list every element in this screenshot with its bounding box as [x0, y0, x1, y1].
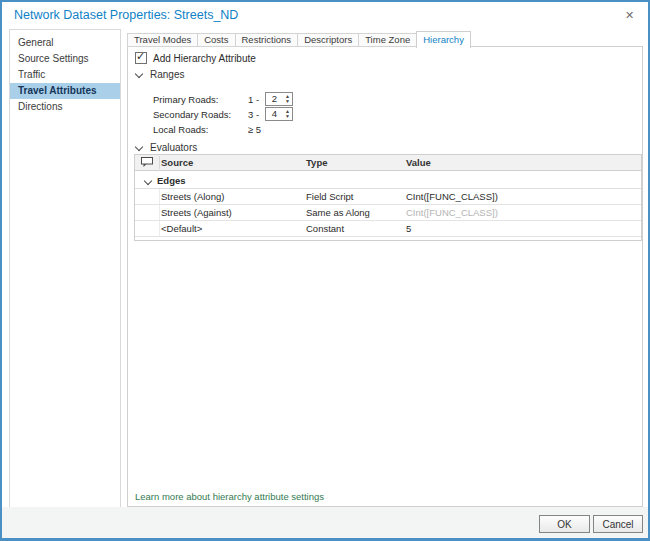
evaluator-row-default[interactable]: <Default> Constant 5 — [135, 221, 641, 237]
local-roads-range-value: ≥ 5 — [248, 124, 261, 135]
evaluators-table: Source Type Value Edges Streets (Along) … — [134, 154, 642, 241]
local-roads-row: Local Roads: ≥ 5 — [153, 122, 223, 137]
row-gutter — [159, 205, 160, 220]
evaluators-section-label: Evaluators — [150, 142, 197, 153]
close-button[interactable]: ✕ — [620, 6, 639, 24]
row-gutter — [159, 189, 160, 204]
network-dataset-properties-dialog: Network Dataset Properties: Streets_ND ✕… — [0, 0, 650, 541]
learn-more-link[interactable]: Learn more about hierarchy attribute set… — [135, 491, 324, 502]
tab-travel-modes[interactable]: Travel Modes — [127, 33, 198, 47]
column-header-type: Type — [306, 157, 327, 168]
spinner-down-button[interactable]: ▼ — [283, 99, 292, 104]
table-spacer — [135, 237, 641, 240]
secondary-roads-max-value: 4 — [266, 108, 283, 120]
dialog-title: Network Dataset Properties: Streets_ND — [14, 8, 238, 22]
primary-roads-range-prefix: 1 - — [248, 94, 259, 105]
dialog-footer: OK Cancel — [2, 507, 648, 538]
evaluator-value[interactable]: CInt([FUNC_CLASS]) — [406, 207, 498, 218]
cancel-button[interactable]: Cancel — [593, 515, 643, 533]
primary-roads-max-value: 2 — [266, 93, 283, 105]
tab-restrictions[interactable]: Restrictions — [235, 33, 299, 47]
tab-time-zone[interactable]: Time Zone — [358, 33, 417, 47]
sidebar-item-directions[interactable]: Directions — [10, 99, 120, 115]
primary-roads-spinner: ▲ ▼ — [283, 93, 292, 105]
spinner-down-button[interactable]: ▼ — [283, 114, 292, 119]
tooltip-icon — [141, 157, 153, 169]
edges-group-label: Edges — [157, 175, 186, 186]
edges-group-row[interactable]: Edges — [135, 173, 641, 189]
tab-costs[interactable]: Costs — [197, 33, 235, 47]
ok-button[interactable]: OK — [539, 515, 590, 533]
checkmark-icon: ✓ — [136, 50, 145, 63]
evaluator-type[interactable]: Field Script — [306, 191, 354, 202]
tab-bar: Travel Modes Costs Restrictions Descript… — [127, 31, 471, 47]
evaluator-value[interactable]: 5 — [406, 223, 411, 234]
secondary-roads-spinner: ▲ ▼ — [283, 108, 292, 120]
sidebar-item-source-settings[interactable]: Source Settings — [10, 51, 120, 67]
secondary-roads-range-prefix: 3 - — [248, 109, 259, 120]
primary-roads-label: Primary Roads: — [153, 94, 223, 105]
evaluators-section-header[interactable]: Evaluators — [134, 142, 197, 153]
sidebar-item-traffic[interactable]: Traffic — [10, 67, 120, 83]
sidebar-item-travel-attributes[interactable]: Travel Attributes — [10, 83, 120, 99]
title-bar: Network Dataset Properties: Streets_ND ✕ — [2, 2, 648, 28]
add-hierarchy-checkbox[interactable]: ✓ — [135, 52, 147, 64]
tab-hierarchy[interactable]: Hierarchy — [416, 31, 471, 48]
evaluator-type[interactable]: Same as Along — [306, 207, 370, 218]
evaluators-table-header: Source Type Value — [135, 155, 641, 171]
chevron-down-icon — [135, 69, 143, 77]
chevron-down-icon — [144, 177, 152, 185]
secondary-roads-max-input[interactable]: 4 ▲ ▼ — [265, 107, 293, 121]
ranges-section-header[interactable]: Ranges — [134, 69, 184, 80]
add-hierarchy-label: Add Hierarchy Attribute — [153, 53, 256, 64]
add-hierarchy-row: ✓ Add Hierarchy Attribute — [135, 52, 256, 64]
close-icon: ✕ — [625, 9, 634, 21]
evaluator-source: Streets (Against) — [161, 207, 232, 218]
column-header-source: Source — [161, 157, 193, 168]
evaluator-value[interactable]: CInt([FUNC_CLASS]) — [406, 191, 498, 202]
primary-roads-max-input[interactable]: 2 ▲ ▼ — [265, 92, 293, 106]
secondary-roads-label: Secondary Roads: — [153, 109, 223, 120]
evaluator-type[interactable]: Constant — [306, 223, 344, 234]
column-header-value: Value — [406, 157, 431, 168]
chevron-down-icon — [135, 142, 143, 150]
hierarchy-tab-panel: ✓ Add Hierarchy Attribute Ranges Primary… — [127, 46, 643, 507]
sidebar-item-general[interactable]: General — [10, 35, 120, 51]
evaluator-source: Streets (Along) — [161, 191, 224, 202]
evaluator-row-streets-against[interactable]: Streets (Against) Same as Along CInt([FU… — [135, 205, 641, 221]
row-gutter — [159, 221, 160, 236]
evaluator-row-streets-along[interactable]: Streets (Along) Field Script CInt([FUNC_… — [135, 189, 641, 205]
ranges-section-label: Ranges — [150, 69, 184, 80]
secondary-roads-row: Secondary Roads: 3 - 4 ▲ ▼ — [153, 107, 223, 122]
column-divider — [159, 156, 160, 169]
evaluator-source: <Default> — [161, 223, 202, 234]
local-roads-label: Local Roads: — [153, 124, 223, 135]
sidebar: General Source Settings Traffic Travel A… — [9, 29, 121, 509]
tab-descriptors[interactable]: Descriptors — [297, 33, 359, 47]
primary-roads-row: Primary Roads: 1 - 2 ▲ ▼ — [153, 92, 223, 107]
